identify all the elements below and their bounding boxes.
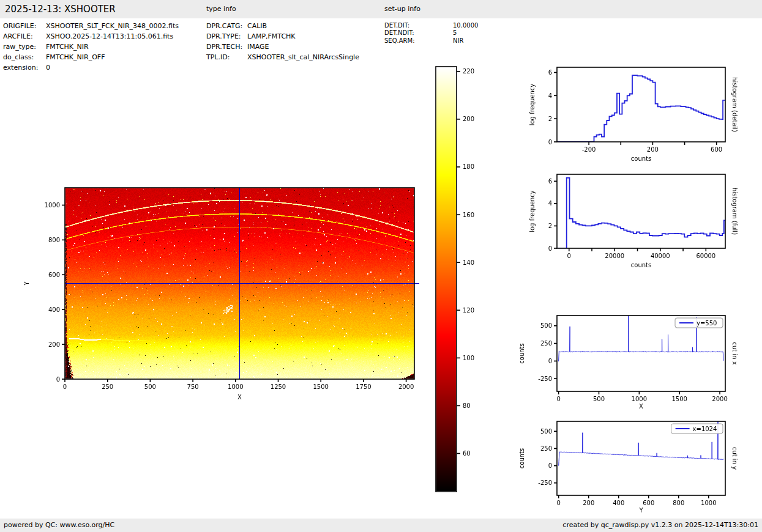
y-tick-label: 0: [548, 358, 552, 364]
x-tick-label: 750: [187, 383, 199, 390]
info-row: extension:0: [3, 62, 179, 73]
x-tick-label: 500: [593, 396, 605, 402]
colorbar-tick-label: 60: [463, 450, 471, 457]
x-tick-label: 1000: [701, 500, 716, 506]
info-label: extension:: [3, 62, 46, 73]
x-axis-label: X: [237, 394, 242, 401]
y-tick-label: 0: [548, 245, 552, 252]
info-row: ARCFILE:XSHOO.2025-12-14T13:11:05.061.fi…: [3, 31, 179, 42]
y-tick-label: 2: [548, 116, 552, 122]
cut-y-legend: x=1024: [671, 424, 723, 434]
axes-frame: [557, 316, 725, 391]
colorbar-tick-label: 100: [463, 355, 474, 361]
x-tick-label: 500: [144, 383, 156, 390]
legend-box: [675, 318, 723, 328]
x-tick-label: 2000: [398, 383, 414, 390]
y-axis-label: counts: [518, 343, 525, 363]
colorbar-tick-label: 180: [463, 163, 474, 170]
cut-y-series: [559, 419, 724, 466]
info-label: DET.DIT:: [384, 22, 453, 29]
y-tick-label: -250: [538, 375, 552, 382]
x-tick-label: 600: [643, 500, 654, 506]
file-info-table: ORIGFILE:XSHOOTER_SLT_FCK_NIR_348_0002.f…: [3, 21, 179, 73]
section-title-setup-info: set-up info: [384, 0, 420, 18]
info-label: do_class:: [3, 52, 46, 62]
info-row: DPR.CATG:CALIB: [206, 21, 359, 31]
x-tick-label: 60000: [696, 253, 715, 259]
y-axis-label: counts: [518, 448, 525, 468]
x-tick-label: 600: [711, 146, 722, 153]
info-value: FMTCHK_NIR: [46, 42, 89, 52]
info-value: FMTCHK_NIR_OFF: [46, 52, 105, 62]
y-tick-label: 0: [548, 139, 552, 146]
y-tick-label: 400: [48, 306, 60, 313]
footer-created-by: created by qc_rawdisp.py v1.2.3 on 2025-…: [562, 519, 758, 532]
info-label: DPR.TYPE:: [206, 31, 247, 42]
x-tick-label: 20000: [605, 253, 624, 259]
plot-hist-full: 02000040000600000246countslog frequencyh…: [529, 174, 738, 268]
y-tick-label: 250: [540, 340, 552, 347]
right-axis-label: histogram (full): [731, 188, 738, 235]
x-tick-label: 200: [583, 500, 594, 506]
info-row: DPR.TECH:IMAGE: [206, 42, 359, 52]
y-axis-label: log frequency: [529, 84, 536, 126]
plot-hist-detail: -2002006000246countslog frequencyhistogr…: [529, 67, 738, 162]
colorbar-tick-label: 140: [463, 259, 474, 266]
axes-frame: [557, 421, 725, 495]
right-axis-label: cut in y: [731, 447, 738, 470]
x-tick-label: 200: [647, 146, 659, 153]
info-value: XSHOO.2025-12-14T13:11:05.061.fits: [46, 31, 173, 42]
info-label: DPR.CATG:: [206, 21, 247, 31]
info-label: SEQ.ARM:: [384, 37, 453, 45]
x-tick-label: 0: [556, 396, 560, 402]
type-info-table: DPR.CATG:CALIBDPR.TYPE:LAMP,FMTCHKDPR.TE…: [206, 21, 359, 62]
info-row: DET.DIT:10.0000: [384, 22, 478, 29]
info-value: NIR: [453, 37, 463, 45]
x-tick-label: 0: [557, 500, 561, 506]
y-tick-label: 500: [540, 428, 552, 435]
info-row: DPR.TYPE:LAMP,FMTCHK: [206, 31, 359, 42]
info-row: ORIGFILE:XSHOOTER_SLT_FCK_NIR_348_0002.f…: [3, 21, 179, 31]
info-label: raw_type:: [3, 42, 46, 52]
x-tick-label: 400: [613, 500, 624, 506]
y-tick-label: 6: [548, 69, 552, 76]
legend-box: [671, 424, 723, 434]
y-tick-label: 6: [548, 178, 552, 185]
info-row: raw_type:FMTCHK_NIR: [3, 42, 179, 52]
y-tick-label: 4: [548, 92, 552, 99]
y-axis-label: Y: [23, 281, 30, 286]
info-value: CALIB: [247, 21, 267, 31]
heatmap-image: [65, 188, 414, 379]
plot-cut-x: 0500100015002000-2500250500Xcountscut in…: [518, 310, 738, 410]
info-label: ORIGFILE:: [3, 21, 46, 31]
x-tick-label: 1500: [671, 396, 687, 402]
info-value: 5: [453, 29, 457, 37]
section-title-type-info: type info: [206, 0, 236, 18]
colorbar-gradient: [436, 67, 456, 491]
axes-frame: [557, 67, 725, 142]
y-tick-label: 500: [540, 322, 552, 329]
x-axis-label: Y: [638, 507, 643, 514]
x-tick-label: 800: [673, 500, 684, 506]
info-row: SEQ.ARM:NIR: [384, 37, 478, 45]
colorbar-tick-label: 160: [463, 212, 474, 218]
x-tick-label: 40000: [651, 253, 670, 259]
axes-frame: [557, 174, 725, 248]
info-label: DPR.TECH:: [206, 42, 247, 52]
colorbar-tick-label: 200: [463, 116, 474, 122]
x-axis-label: counts: [631, 155, 651, 162]
y-tick-label: 600: [48, 272, 60, 278]
x-tick-label: 1500: [313, 383, 328, 390]
x-tick-label: 1000: [228, 383, 243, 390]
info-value: LAMP,FMTCHK: [247, 31, 296, 42]
x-tick-label: 0: [63, 383, 67, 390]
y-tick-label: 1000: [45, 202, 60, 209]
legend-label: y=550: [697, 320, 717, 327]
info-value: 10.0000: [453, 22, 478, 29]
hist-detail-series: [557, 75, 725, 142]
info-value: 0: [46, 62, 50, 73]
header-bar: 2025-12-13: XSHOOTER type info set-up in…: [0, 0, 762, 18]
x-tick-label: 1000: [632, 396, 647, 402]
x-tick-label: 250: [102, 383, 113, 390]
cut-x-legend: y=550: [675, 318, 723, 328]
